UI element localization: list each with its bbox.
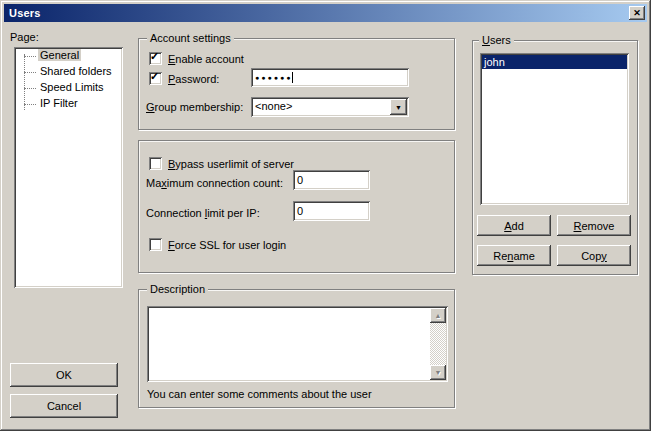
close-button[interactable]: ✕ <box>629 6 645 20</box>
remove-button[interactable]: Remove <box>557 215 631 236</box>
users-listbox[interactable]: john <box>480 53 629 205</box>
users-group: Users john Add Remove Rename Copy <box>472 40 638 275</box>
group-membership-label: Group membership: <box>146 101 243 113</box>
group-membership-select[interactable]: <none> ▼ <box>251 97 409 117</box>
connections-per-ip-input[interactable]: 0 <box>293 201 370 221</box>
limits-group: ✓ Bypass userlimit of server Maximum con… <box>138 140 455 273</box>
password-checkbox[interactable]: ✓ <box>149 72 162 85</box>
force-ssl-label[interactable]: Force SSL for user login <box>168 239 286 251</box>
ok-button[interactable]: OK <box>10 363 118 387</box>
tree-branch-icon <box>24 104 36 105</box>
max-connections-input[interactable]: 0 <box>293 170 370 190</box>
enable-account-checkbox[interactable]: ✓ <box>149 52 162 65</box>
chevron-down-icon: ▼ <box>395 104 402 111</box>
arrow-down-icon: ▼ <box>435 369 442 376</box>
users-dialog: Users ✕ Page: General Shared folders Spe… <box>0 0 651 431</box>
close-icon: ✕ <box>633 8 641 18</box>
scroll-up-button[interactable]: ▲ <box>430 308 446 323</box>
rename-button[interactable]: Rename <box>477 245 551 266</box>
description-textarea[interactable]: ▲ ▼ <box>147 306 448 382</box>
window-title: Users <box>9 7 41 19</box>
description-hint: You can enter some comments about the us… <box>147 388 372 400</box>
titlebar[interactable]: Users ✕ <box>4 4 647 22</box>
arrow-up-icon: ▲ <box>435 312 442 319</box>
bypass-userlimit-label[interactable]: Bypass userlimit of server <box>168 158 294 170</box>
page-item-speed-limits[interactable]: Speed Limits <box>14 79 123 95</box>
text-caret <box>292 72 293 83</box>
description-scrollbar[interactable]: ▲ ▼ <box>430 308 446 380</box>
account-settings-group-label: Account settings <box>147 32 234 44</box>
check-icon: ✓ <box>150 70 159 83</box>
enable-account-label[interactable]: Enable account <box>168 53 244 65</box>
password-label[interactable]: Password: <box>168 73 219 85</box>
force-ssl-row: ✓ Force SSL for user login <box>149 238 286 251</box>
tree-branch-icon <box>24 88 36 89</box>
combo-dropdown-button[interactable]: ▼ <box>390 99 407 115</box>
description-group-label: Description <box>147 283 208 295</box>
users-group-label: Users <box>479 34 514 46</box>
password-input[interactable]: ●●●●●● <box>251 68 409 87</box>
check-icon: ✓ <box>150 50 159 63</box>
max-connections-label: Maximum connection count: <box>146 177 283 189</box>
password-row: ✓ Password: <box>149 72 219 85</box>
scroll-down-button[interactable]: ▼ <box>430 365 446 380</box>
copy-button[interactable]: Copy <box>557 245 631 266</box>
bypass-userlimit-row: ✓ Bypass userlimit of server <box>149 157 294 170</box>
connections-per-ip-label: Connection limit per IP: <box>146 207 260 219</box>
account-settings-group: Account settings ✓ Enable account ✓ Pass… <box>138 38 455 130</box>
description-group: Description ▲ ▼ You can enter some comme… <box>138 289 455 408</box>
page-item-ip-filter[interactable]: IP Filter <box>14 95 123 111</box>
page-item-general[interactable]: General <box>14 47 123 63</box>
user-list-item-john[interactable]: john <box>482 55 627 69</box>
page-label: Page: <box>10 31 39 43</box>
tree-branch-icon <box>24 72 36 73</box>
bypass-userlimit-checkbox[interactable]: ✓ <box>149 157 162 170</box>
tree-branch-icon <box>24 56 36 57</box>
cancel-button[interactable]: Cancel <box>10 394 118 418</box>
add-button[interactable]: Add <box>477 215 551 236</box>
enable-account-row: ✓ Enable account <box>149 52 244 65</box>
force-ssl-checkbox[interactable]: ✓ <box>149 238 162 251</box>
page-tree[interactable]: General Shared folders Speed Limits IP F… <box>14 47 123 288</box>
page-item-shared-folders[interactable]: Shared folders <box>14 63 123 79</box>
